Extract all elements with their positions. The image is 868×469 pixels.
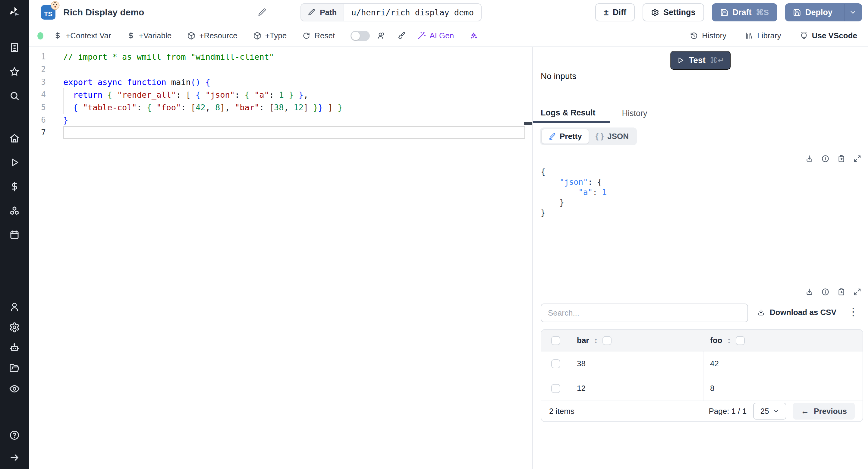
info-icon[interactable]	[821, 288, 830, 296]
test-button[interactable]: Test ⌘↵	[670, 51, 731, 70]
copy-to-clipboard-icon[interactable]	[837, 288, 845, 296]
add-variable-button[interactable]: +Variable	[127, 31, 172, 40]
code-line[interactable]: 1// import * as wmill from "windmill-cli…	[29, 50, 532, 63]
windmill-logo-icon[interactable]	[7, 5, 22, 19]
audit-logs-icon[interactable]	[7, 382, 22, 396]
add-context-var-button[interactable]: +Context Var	[54, 31, 111, 40]
workers-icon[interactable]	[7, 341, 22, 355]
table-search-input[interactable]	[541, 304, 748, 322]
wand-icon	[417, 32, 426, 40]
sort-bar-icon[interactable]: ↕	[594, 336, 598, 345]
chevron-down-icon	[849, 8, 857, 16]
test-shortcut: ⌘↵	[710, 56, 724, 65]
path-field[interactable]: Path u/henri/rich_display_demo	[301, 3, 482, 22]
diff-icon: ±	[604, 8, 609, 17]
tab-logs-result[interactable]: Logs & Result	[533, 104, 610, 123]
pen-line-icon	[549, 133, 556, 140]
code-line[interactable]: 3export async function main() {	[29, 76, 532, 88]
ai-gen-button[interactable]: AI Gen	[417, 31, 454, 40]
table-row[interactable]: 128	[541, 376, 863, 401]
home-icon[interactable]	[7, 131, 22, 146]
variables-icon[interactable]	[7, 179, 22, 194]
settings-button[interactable]: Settings	[643, 3, 704, 22]
editor-toolbar: +Context Var +Variable +Resource +Type R…	[29, 25, 868, 47]
history-button[interactable]: History	[690, 31, 726, 40]
previous-page-button[interactable]: ← Previous	[793, 403, 855, 419]
save-icon	[720, 8, 728, 17]
table-cell: 8	[704, 376, 863, 401]
diff-button[interactable]: ± Diff	[595, 3, 635, 22]
download-icon[interactable]	[805, 288, 813, 296]
column-bar-checkbox[interactable]	[602, 336, 612, 345]
row-checkbox[interactable]	[551, 384, 560, 393]
file-badge-label: TS	[44, 10, 53, 18]
code-line[interactable]: 7	[29, 126, 532, 139]
table-footer: 2 items Page: 1 / 1 25 ← Previous	[541, 401, 863, 421]
add-type-button[interactable]: +Type	[253, 31, 287, 40]
schedules-icon[interactable]	[7, 227, 22, 242]
table-menu-icon[interactable]: ⋮	[848, 307, 858, 317]
column-foo-checkbox[interactable]	[736, 336, 745, 345]
resources-icon[interactable]	[7, 204, 22, 218]
reset-button[interactable]: Reset	[302, 31, 335, 40]
line-number: 6	[29, 116, 63, 124]
code-line[interactable]: 5 { "table-col": { "foo": [42, 8], "bar"…	[29, 101, 532, 114]
runs-icon[interactable]	[7, 155, 22, 170]
library-button[interactable]: Library	[745, 31, 781, 40]
table-header-row: bar ↕ foo ↕	[541, 330, 863, 351]
multiplayer-icon[interactable]	[377, 32, 385, 40]
json-view-button[interactable]: { } JSON	[589, 129, 635, 144]
use-vscode-button[interactable]: Use VScode	[800, 31, 857, 40]
save-icon	[793, 8, 801, 17]
expand-icon[interactable]	[853, 155, 861, 163]
code-editor[interactable]: 1// import * as wmill from "windmill-cli…	[29, 47, 532, 469]
line-number: 3	[29, 77, 63, 87]
search-icon[interactable]	[7, 89, 22, 103]
diff-mode-toggle[interactable]	[350, 31, 370, 41]
collapse-sidebar-icon[interactable]	[7, 450, 22, 465]
download-icon	[757, 309, 765, 316]
baby-emoji-badge	[51, 1, 60, 10]
deploy-dropdown-button[interactable]	[844, 4, 861, 21]
code-line[interactable]: 6}	[29, 114, 532, 126]
line-number: 4	[29, 90, 63, 99]
package-icon	[253, 32, 261, 40]
copy-to-clipboard-icon[interactable]	[837, 155, 845, 163]
row-checkbox[interactable]	[551, 359, 560, 368]
download-csv-button[interactable]: Download as CSV	[757, 308, 836, 317]
settings-icon[interactable]	[7, 320, 22, 335]
users-icon[interactable]	[7, 300, 22, 314]
deploy-button[interactable]: Deploy	[785, 3, 862, 22]
folders-icon[interactable]	[7, 361, 22, 376]
draft-button[interactable]: Draft ⌘S	[712, 3, 777, 22]
history-icon	[690, 32, 698, 40]
select-all-checkbox[interactable]	[551, 336, 560, 345]
workspace-icon[interactable]	[7, 40, 22, 55]
tab-history[interactable]: History	[610, 104, 659, 123]
splitter-handle[interactable]	[524, 122, 532, 125]
download-icon[interactable]	[805, 155, 813, 163]
result-view-switch: Pretty { } JSON	[540, 127, 637, 145]
help-icon[interactable]	[7, 428, 22, 442]
result-tabs: Logs & Result History	[533, 104, 868, 123]
column-header-bar[interactable]: bar	[577, 336, 589, 345]
table-row[interactable]: 3842	[541, 351, 863, 376]
sparkles-icon[interactable]	[470, 32, 478, 40]
table-cell: 42	[704, 351, 863, 376]
favorites-icon[interactable]	[7, 64, 22, 79]
no-inputs-label: No inputs	[541, 71, 576, 81]
edit-summary-icon[interactable]	[258, 8, 267, 17]
info-icon[interactable]	[821, 155, 830, 163]
sort-foo-icon[interactable]: ↕	[727, 336, 731, 345]
add-resource-button[interactable]: +Resource	[187, 31, 237, 40]
table-cell: 38	[570, 351, 704, 376]
page-size-select[interactable]: 25	[753, 403, 786, 419]
format-brush-icon[interactable]	[397, 32, 405, 40]
code-line[interactable]: 2	[29, 63, 532, 76]
pretty-view-button[interactable]: Pretty	[541, 129, 589, 144]
line-number: 5	[29, 103, 63, 112]
code-line[interactable]: 4 return { "render_all": [ { "json": { "…	[29, 88, 532, 101]
column-header-foo[interactable]: foo	[710, 336, 722, 345]
json-view: { "json": { "a": 1 }}	[541, 167, 607, 218]
expand-icon[interactable]	[853, 288, 861, 296]
